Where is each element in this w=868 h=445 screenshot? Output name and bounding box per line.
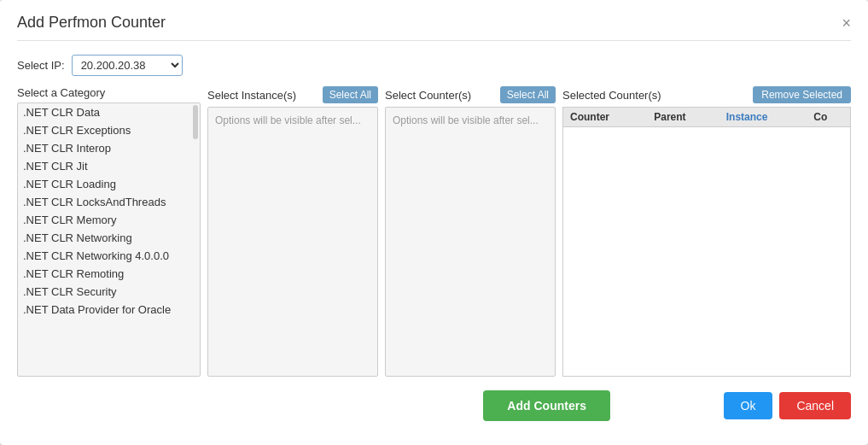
ok-button[interactable]: Ok [724,392,773,419]
instance-header-label: Select Instance(s) [207,89,296,102]
selected-counters-column: Selected Counter(s) Remove Selected Coun… [562,86,851,377]
select-ip-row: Select IP: 20.200.20.38 [17,55,851,76]
bottom-right: Ok Cancel [724,392,851,419]
counter-header-row: Select Counter(s) Select All [385,86,556,103]
selected-counters-table: Counter Parent Instance Co [563,108,850,127]
list-item[interactable]: .NET CLR Networking 4.0.0.0 [18,247,200,265]
list-item[interactable]: .NET Data Provider for Oracle [18,301,200,319]
list-item[interactable]: .NET CLR LocksAndThreads [18,193,200,211]
counter-list[interactable]: Options will be visible after sel... [385,107,556,377]
category-column: Select a Category .NET CLR Data .NET CLR… [17,86,201,377]
counter-placeholder: Options will be visible after sel... [386,108,555,133]
list-item[interactable]: .NET CLR Networking [18,229,200,247]
parent-col-header: Parent [647,108,719,127]
co-col-header: Co [807,108,850,127]
cancel-button[interactable]: Cancel [779,392,851,419]
select-ip-label: Select IP: [17,59,65,72]
main-columns: Select a Category .NET CLR Data .NET CLR… [17,86,851,377]
bottom-center: Add Counters [370,390,724,421]
instance-column: Select Instance(s) Select All Options wi… [207,86,378,377]
selected-counters-table-container: Counter Parent Instance Co [562,107,851,377]
list-item[interactable]: .NET CLR Memory [18,211,200,229]
category-header-row: Select a Category [17,86,201,99]
modal-title: Add Perfmon Counter [17,14,166,32]
list-item[interactable]: .NET CLR Exceptions [18,121,200,139]
list-item[interactable]: .NET CLR Data [18,103,200,121]
counter-col-header: Counter [563,108,647,127]
ip-select[interactable]: 20.200.20.38 [72,55,183,76]
counter-select-all-button[interactable]: Select All [500,86,556,103]
instance-header-row: Select Instance(s) Select All [207,86,378,103]
counter-column: Select Counter(s) Select All Options wil… [385,86,556,377]
instance-list[interactable]: Options will be visible after sel... [207,107,378,377]
add-perfmon-counter-modal: Add Perfmon Counter × Select IP: 20.200.… [0,0,868,445]
add-counters-button[interactable]: Add Counters [483,390,610,421]
counter-header-label: Select Counter(s) [385,89,471,102]
instance-select-all-button[interactable]: Select All [323,86,378,103]
remove-selected-button[interactable]: Remove Selected [753,86,851,103]
selected-header-row: Selected Counter(s) Remove Selected [562,86,851,103]
list-item[interactable]: .NET CLR Security [18,283,200,301]
modal-header: Add Perfmon Counter × [17,14,851,41]
instance-col-header: Instance [719,108,807,127]
close-button[interactable]: × [842,15,851,31]
selected-counters-label: Selected Counter(s) [562,89,661,102]
list-item[interactable]: .NET CLR Jit [18,157,200,175]
list-item[interactable]: .NET CLR Remoting [18,265,200,283]
category-list[interactable]: .NET CLR Data .NET CLR Exceptions .NET C… [17,102,201,377]
instance-placeholder: Options will be visible after sel... [208,108,377,133]
list-item[interactable]: .NET CLR Interop [18,139,200,157]
list-item[interactable]: .NET CLR Loading [18,175,200,193]
table-header-row: Counter Parent Instance Co [563,108,850,127]
bottom-row: Add Counters Ok Cancel [17,390,851,421]
category-header-label: Select a Category [17,86,105,99]
